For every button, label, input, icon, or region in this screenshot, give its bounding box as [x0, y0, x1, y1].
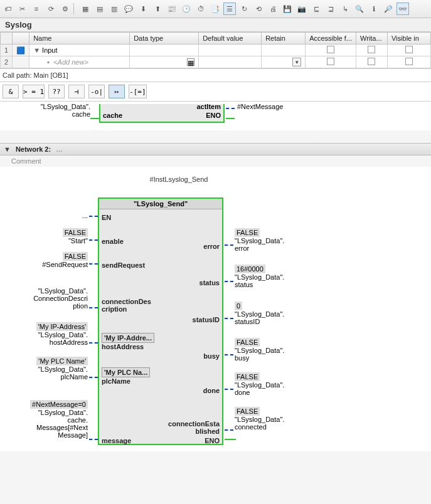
toolbar-icon[interactable]: ⊑: [310, 3, 322, 15]
tag-hostaddress[interactable]: 'My IP-Address' "LSyslog_Data". hostAddr…: [6, 322, 88, 346]
toolbar-icon[interactable]: ▥: [108, 3, 120, 15]
checkbox[interactable]: [327, 46, 334, 53]
collapse-icon[interactable]: ▼: [4, 145, 11, 153]
toolbar-icon[interactable]: ⬆: [151, 3, 164, 15]
checkbox[interactable]: [368, 58, 375, 65]
col-name[interactable]: Name: [29, 33, 130, 45]
toolbar-icon[interactable]: 🏷: [1, 3, 14, 15]
lad-btn[interactable]: > = 1: [23, 85, 45, 98]
port-plcname: 'My PLC Na...plcName: [102, 367, 150, 385]
port-message: message: [102, 437, 131, 444]
port-enable: enable: [102, 238, 124, 245]
toolbar-icon[interactable]: ⚙: [59, 3, 72, 15]
toolbar-icon[interactable]: ⊒: [324, 3, 337, 15]
lad-btn[interactable]: -[=]: [129, 85, 147, 98]
toolbar-icon[interactable]: 🔎: [382, 3, 395, 15]
col-default[interactable]: Default value: [199, 33, 262, 45]
col-visible[interactable]: Visible in: [387, 33, 430, 45]
lad-btn[interactable]: ??: [48, 85, 65, 98]
lad-btn[interactable]: ⊣: [68, 85, 85, 98]
tag-enable[interactable]: FALSE "Start": [6, 228, 88, 244]
port-conndesc: connectionDescription: [102, 298, 151, 313]
toolbar-icon[interactable]: ↻: [238, 3, 250, 15]
col-datatype[interactable]: Data type: [130, 33, 199, 45]
toolbar-icon[interactable]: 🕒: [180, 3, 193, 15]
table-row[interactable]: 2 ▪ <Add new> ▦ ▾: [1, 56, 431, 68]
toolbar-icon[interactable]: 🔍: [353, 3, 366, 15]
tag-status[interactable]: 16#0000 "LSyslog_Data". status: [235, 265, 284, 288]
toolbar-icon[interactable]: ℹ: [368, 3, 380, 15]
port-error: error: [203, 243, 220, 250]
port-eno: ENO: [206, 112, 221, 119]
toolbar-icon[interactable]: ☰: [223, 3, 236, 15]
tag-busy[interactable]: FALSE "LSyslog_Data". busy: [235, 338, 284, 362]
callpath-breadcrumb[interactable]: Call path: Main [OB1]: [0, 68, 431, 82]
port-status: status: [200, 279, 220, 286]
tag-en[interactable]: ...: [67, 212, 88, 219]
toolbar-icon[interactable]: 🖨: [267, 3, 279, 15]
network-2-comment[interactable]: Comment: [0, 155, 431, 167]
lad-btn[interactable]: &: [3, 85, 19, 98]
toolbar-icon[interactable]: ⏱: [194, 3, 207, 15]
port-en: EN: [102, 214, 111, 221]
checkbox[interactable]: [327, 58, 334, 65]
col-retain[interactable]: Retain: [262, 33, 306, 45]
toolbar-icon[interactable]: ▦: [79, 3, 92, 15]
port-connected: connectionEstablished: [168, 420, 220, 435]
add-new[interactable]: <Add new>: [53, 58, 88, 66]
checkbox[interactable]: [368, 46, 375, 53]
tag-nextmessage[interactable]: #NextMessage: [237, 103, 283, 110]
network-2-header[interactable]: ▼ Network 2: …: [0, 143, 431, 155]
interface-table: Name Data type Default value Retain Acce…: [0, 32, 431, 68]
main-toolbar: 🏷 ✂ ≡ ⟳ ⚙ ▦ ▤ ▥ 💬 ⬇ ⬆ 📰 🕒 ⏱ 📑 ☰ ↻ ⟲ 🖨 💾 …: [0, 0, 431, 18]
lad-toolbar: & > = 1 ?? ⊣ -o| ↦ -[=]: [0, 82, 431, 102]
tag-plcname[interactable]: 'My PLC Name' "LSyslog_Data". plcName: [6, 357, 88, 381]
dots-icon: …: [56, 145, 63, 153]
col-accessible[interactable]: Accessible f...: [306, 33, 356, 45]
toolbar-icon[interactable]: ≡: [30, 3, 43, 15]
port-eno: ENO: [205, 437, 220, 444]
toolbar-icon[interactable]: ↳: [339, 3, 351, 15]
toolbar-icon[interactable]: 📷: [295, 3, 308, 15]
tag-error[interactable]: FALSE "LSyslog_Data". error: [235, 228, 284, 252]
block-title: Syslog: [0, 18, 431, 32]
toolbar-icon[interactable]: 📑: [209, 3, 221, 15]
tag-conndesc[interactable]: "LSyslog_Data". ConnectionDescri ption: [6, 287, 88, 310]
fb-type-name: "LSyslog_Send": [99, 199, 222, 209]
toolbar-icon[interactable]: ✂: [16, 3, 28, 15]
toolbar-icon[interactable]: 💾: [281, 3, 294, 15]
lad-btn[interactable]: ↦: [109, 85, 125, 98]
lad-btn[interactable]: -o|: [88, 85, 105, 98]
port-actitem: actItem: [196, 103, 221, 110]
datatype-picker-icon[interactable]: ▦: [187, 58, 194, 66]
expand-icon[interactable]: ▼: [33, 46, 40, 54]
toolbar-icon[interactable]: 💬: [122, 3, 135, 15]
table-header-row: Name Data type Default value Retain Acce…: [1, 33, 431, 45]
col-writable[interactable]: Writa...: [356, 33, 387, 45]
checkbox[interactable]: [405, 58, 413, 65]
instance-label[interactable]: #InstLsyslog_Send: [132, 176, 226, 183]
glasses-icon[interactable]: 👓: [396, 3, 409, 15]
port-busy: busy: [203, 352, 220, 360]
toolbar-icon[interactable]: ⬇: [137, 3, 149, 15]
retain-dropdown-icon[interactable]: ▾: [292, 58, 301, 66]
port-hostaddress: 'My IP-Addre...hostAddress: [102, 333, 154, 350]
tag-done[interactable]: FALSE "LSyslog_Data". done: [235, 372, 284, 396]
tag-connected[interactable]: FALSE "LSyslog_Data". connected: [235, 407, 284, 431]
bullet-icon: ▪: [47, 58, 50, 66]
table-row[interactable]: 1 🟦 ▼ Input: [1, 45, 431, 56]
toolbar-icon[interactable]: ⟲: [252, 3, 265, 15]
tag-sendrequest[interactable]: FALSE #SendRequest: [6, 252, 88, 268]
port-sendrequest: sendRequest: [102, 261, 145, 269]
toolbar-icon[interactable]: ▤: [93, 3, 106, 15]
network-1-tail: actItem cache ENO "LSyslog_Data". cache …: [6, 104, 425, 130]
fb-box[interactable]: "LSyslog_Send" EN enable sendRequest con…: [98, 197, 223, 445]
toolbar-icon[interactable]: 📰: [166, 3, 178, 15]
port-done: done: [203, 387, 220, 394]
checkbox[interactable]: [405, 46, 413, 53]
toolbar-icon[interactable]: ⟳: [45, 3, 57, 15]
tag-statusid[interactable]: 0 "LSyslog_Data". statusID: [235, 302, 284, 325]
tag-cache-in[interactable]: "LSyslog_Data". cache: [30, 103, 90, 118]
tag-message[interactable]: #NextMessage=0 "LSyslog_Data". cache. Me…: [6, 400, 88, 439]
port-statusid: statusID: [193, 316, 220, 323]
